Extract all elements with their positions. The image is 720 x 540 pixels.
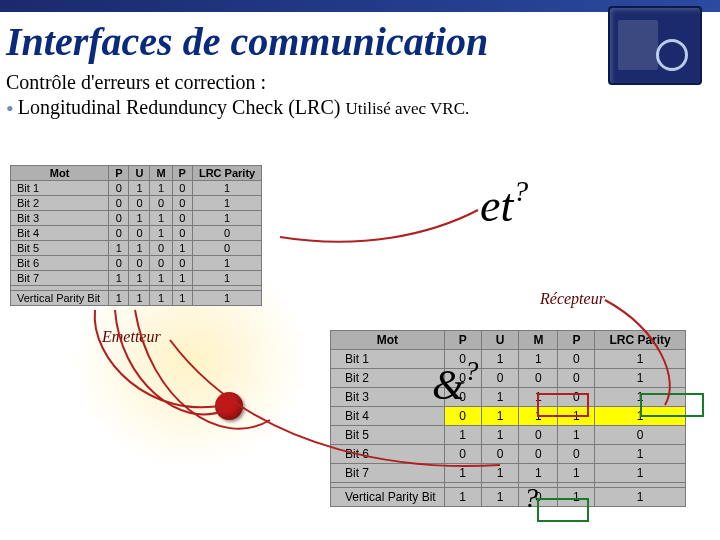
table-header-cell: P	[444, 331, 481, 350]
lrc-table-emitter: MotPUMPLRC Parity Bit 101101Bit 200001Bi…	[10, 165, 262, 306]
table-header-cell: M	[519, 331, 558, 350]
lrc-table-receiver: MotPUMPLRC Parity Bit 101101Bit 200001Bi…	[330, 330, 686, 507]
table-row: Bit 200001	[11, 196, 262, 211]
highlight-box-parity	[537, 498, 589, 522]
table-header-cell: Mot	[11, 166, 109, 181]
table-header-cell: U	[481, 331, 519, 350]
table-row: Bit 200001	[331, 369, 686, 388]
table-row: Bit 301101	[11, 211, 262, 226]
table-row: Bit 401111	[331, 407, 686, 426]
table-header-cell: LRC Parity	[595, 331, 685, 350]
table-header-cell: P	[172, 166, 192, 181]
parity-row: Vertical Parity Bit11111	[11, 291, 262, 306]
table-row: Bit 600001	[331, 445, 686, 464]
table-row: Bit 600001	[11, 256, 262, 271]
table-header-cell: P	[109, 166, 129, 181]
annotation-et-question: et?	[480, 178, 528, 232]
table-header-row: MotPUMPLRC Parity	[11, 166, 262, 181]
table-row: Bit 101101	[11, 181, 262, 196]
table-row: Bit 101101	[331, 350, 686, 369]
red-dot-icon	[215, 392, 243, 420]
annotation-amp-question: &?	[432, 360, 478, 409]
device-illustration	[608, 6, 702, 85]
table-header-cell: M	[150, 166, 172, 181]
highlight-box-cell-m	[537, 393, 589, 417]
highlight-box-lrc	[640, 393, 704, 417]
annotation-question: ?	[524, 482, 538, 514]
table-row: Bit 711111	[11, 271, 262, 286]
table-header-cell: LRC Parity	[192, 166, 261, 181]
table-row: Bit 511010	[331, 426, 686, 445]
table-row: Bit 301101	[331, 388, 686, 407]
table-header-cell: U	[129, 166, 150, 181]
table-header-cell: Mot	[331, 331, 445, 350]
parity-row: Vertical Parity Bit11011	[331, 488, 686, 507]
subtitle-line-2: •Longitudinal Redunduncy Check (LRC) Uti…	[6, 96, 720, 122]
table-header-row: MotPUMPLRC Parity	[331, 331, 686, 350]
label-recepteur: Récepteur	[540, 290, 605, 308]
label-emetteur: Emetteur	[102, 328, 161, 346]
table-row: Bit 511010	[11, 241, 262, 256]
table-row: Bit 711111	[331, 464, 686, 483]
table-row: Bit 400100	[11, 226, 262, 241]
table-header-cell: P	[558, 331, 595, 350]
